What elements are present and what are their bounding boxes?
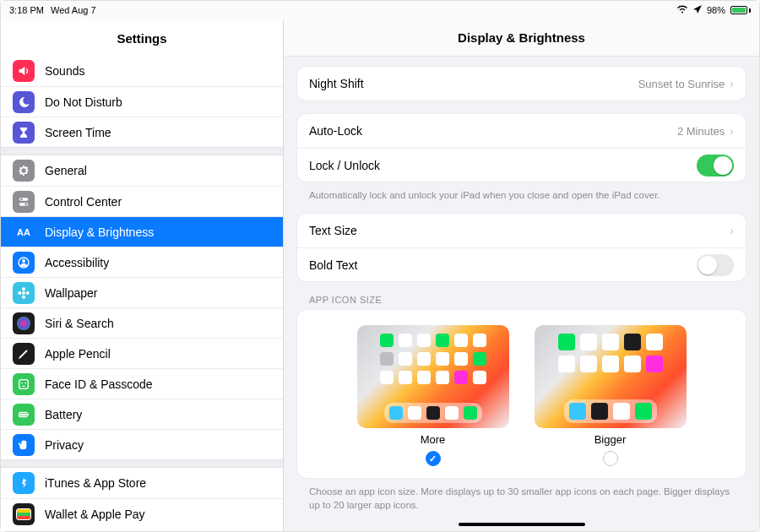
sidebar-item-label: Control Center (45, 195, 122, 209)
app-icon-size-header: APP ICON SIZE (297, 295, 746, 310)
siri-icon (13, 312, 35, 334)
auto-lock-label: Auto-Lock (309, 124, 677, 138)
aa-icon: AA (13, 221, 35, 243)
sidebar-item-label: Wallpaper (45, 286, 98, 300)
bold-text-row: Bold Text (297, 247, 746, 281)
sidebar-item-label: Accessibility (45, 256, 109, 269)
pencil-icon (13, 343, 35, 365)
wallet-icon (13, 503, 35, 525)
detail-pane: Display & Brightness Night Shift Sunset … (284, 19, 759, 531)
svg-point-8 (22, 295, 25, 298)
hand-icon (13, 434, 35, 456)
detail-title: Display & Brightness (284, 19, 759, 57)
person-icon (13, 252, 35, 274)
sidebar-item-label: Battery (45, 408, 82, 421)
battery-pct: 98% (707, 5, 725, 15)
lock-unlock-note: Automatically lock and unlock your iPad … (297, 188, 746, 214)
icon-size-option-label: More (421, 433, 446, 446)
svg-point-2 (20, 198, 23, 200)
sidebar-item-appstore[interactable]: iTunes & App Store (1, 468, 283, 498)
sidebar-item-label: Face ID & Passcode (45, 377, 153, 391)
status-bar: 3:18 PM Wed Aug 7 98% (1, 1, 759, 19)
icon-size-option-more[interactable]: More (357, 325, 509, 466)
sidebar-item-general[interactable]: General (1, 155, 283, 186)
svg-rect-15 (28, 413, 29, 415)
sidebar-item-label: Sounds (45, 64, 84, 78)
svg-point-9 (18, 291, 21, 295)
sidebar-item-sounds[interactable]: Sounds (1, 56, 283, 86)
sidebar-item-accessibility[interactable]: Accessibility (1, 247, 283, 277)
bold-text-label: Bold Text (309, 258, 697, 272)
svg-rect-16 (20, 413, 26, 415)
sidebar-item-dnd[interactable]: Do Not Disturb (1, 86, 283, 117)
sidebar-item-label: Display & Brightness (45, 225, 154, 239)
appstore-icon (13, 472, 35, 494)
lock-unlock-row: Lock / Unlock (297, 148, 746, 182)
sidebar-item-label: Screen Time (45, 126, 111, 139)
sidebar-item-label: iTunes & App Store (45, 476, 146, 490)
chevron-right-icon: › (730, 124, 734, 138)
sidebar-item-label: Wallet & Apple Pay (45, 508, 145, 521)
switches-icon (13, 191, 35, 213)
bold-text-toggle[interactable] (697, 254, 734, 276)
location-icon (693, 5, 702, 15)
sidebar-item-pencil[interactable]: Apple Pencil (1, 338, 283, 368)
svg-point-10 (26, 291, 30, 295)
sidebar-item-faceid[interactable]: Face ID & Passcode (1, 368, 283, 399)
svg-point-6 (22, 291, 25, 295)
sidebar-item-privacy[interactable]: Privacy (1, 429, 283, 459)
svg-point-7 (22, 287, 25, 290)
sidebar-item-controlcenter[interactable]: Control Center (1, 186, 283, 216)
app-icon-size-group: MoreBigger (297, 310, 746, 478)
moon-icon (13, 91, 35, 113)
auto-lock-value: 2 Minutes (677, 125, 725, 138)
text-size-row[interactable]: Text Size › (297, 214, 746, 247)
night-shift-row[interactable]: Night Shift Sunset to Sunrise › (297, 67, 746, 100)
svg-rect-11 (19, 379, 29, 388)
status-date: Wed Aug 7 (51, 5, 96, 15)
sidebar-item-screentime[interactable]: Screen Time (1, 117, 283, 147)
lock-unlock-label: Lock / Unlock (309, 159, 697, 172)
sidebar-title: Settings (1, 19, 283, 56)
sidebar-item-wallet[interactable]: Wallet & Apple Pay (1, 498, 283, 529)
svg-point-12 (21, 382, 23, 383)
app-icon-size-note: Choose an app icon size. More displays u… (297, 485, 746, 519)
chevron-right-icon: › (730, 77, 734, 90)
face-icon (13, 373, 35, 395)
icon-size-option-bigger[interactable]: Bigger (535, 325, 687, 466)
settings-sidebar: Settings SoundsDo Not DisturbScreen Time… (1, 19, 284, 531)
sidebar-item-battery[interactable]: Battery (1, 399, 283, 429)
sidebar-item-siri[interactable]: Siri & Search (1, 307, 283, 338)
auto-lock-row[interactable]: Auto-Lock 2 Minutes › (297, 114, 746, 148)
sidebar-item-label: Privacy (45, 438, 84, 452)
svg-point-5 (22, 259, 25, 263)
sidebar-item-label: Siri & Search (45, 317, 114, 330)
flower-icon (13, 282, 35, 304)
status-time: 3:18 PM (9, 5, 44, 15)
sidebar-item-label: General (45, 164, 87, 177)
icon-size-preview-more (357, 325, 509, 428)
sidebar-item-display[interactable]: AADisplay & Brightness (1, 216, 283, 247)
svg-point-3 (24, 203, 27, 205)
lock-unlock-toggle[interactable] (697, 155, 734, 176)
icon-size-preview-bigger (535, 325, 687, 428)
text-size-label: Text Size (309, 224, 730, 237)
hourglass-icon (13, 122, 35, 144)
icon-size-radio-more[interactable] (426, 451, 441, 466)
battery-icon (13, 404, 35, 426)
night-shift-label: Night Shift (309, 77, 638, 90)
sidebar-item-wallpaper[interactable]: Wallpaper (1, 277, 283, 307)
chevron-right-icon: › (730, 224, 734, 237)
icon-size-option-label: Bigger (594, 433, 627, 446)
gear-icon (13, 160, 35, 182)
svg-point-13 (24, 382, 26, 383)
sidebar-item-label: Do Not Disturb (45, 95, 122, 109)
icon-size-radio-bigger[interactable] (603, 451, 618, 466)
home-indicator[interactable] (459, 523, 585, 526)
battery-icon (730, 6, 751, 14)
wifi-icon (676, 5, 688, 15)
night-shift-value: Sunset to Sunrise (638, 78, 725, 90)
speaker-icon (13, 60, 35, 82)
sidebar-item-label: Apple Pencil (45, 347, 111, 361)
